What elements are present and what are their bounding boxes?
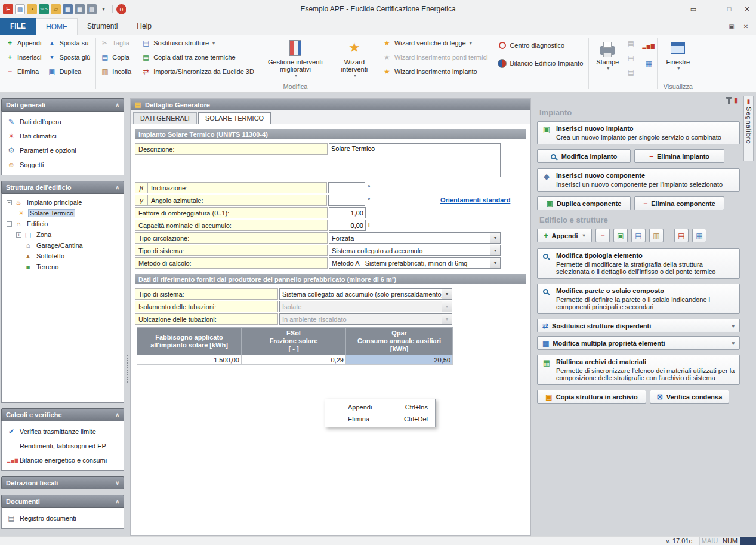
chart-icon[interactable]: ▂▅▇: [642, 39, 655, 53]
sidebar-item-verifica-trasmittanze[interactable]: ✔Verifica trasmittanze limite: [2, 424, 124, 439]
wizard-verifiche-button[interactable]: ★Wizard verifiche di legge▾: [380, 36, 492, 50]
report-icon[interactable]: ▦: [642, 57, 655, 70]
stampe-button[interactable]: Stampe ▾: [591, 36, 624, 71]
tab-file[interactable]: FILE: [0, 18, 36, 35]
gestione-interventi-button[interactable]: Gestione interventi migliorativi ▾: [262, 36, 329, 78]
metodo-select[interactable]: Metodo A - Sistemi prefabbricati, minori…: [329, 257, 501, 269]
panel-header-detrazioni[interactable]: Detrazioni fiscali∨: [1, 476, 124, 489]
duplica-componente-button[interactable]: ▣Duplica componente: [537, 196, 631, 210]
tree-node-impianto-principale[interactable]: −♨Impianto principale: [3, 197, 122, 208]
panel-header-calcoli[interactable]: Calcoli e verifiche∧: [1, 408, 124, 421]
panel-header-documenti[interactable]: Documenti∧: [1, 495, 124, 508]
taglia-button[interactable]: ✂Taglia: [98, 36, 135, 50]
tree-node-solare-termico[interactable]: ☀Solare Termico: [3, 208, 122, 218]
mdi-minimize-button[interactable]: –: [711, 20, 724, 32]
qpar-cell[interactable]: 20,50: [346, 355, 453, 365]
elimina-componente-button[interactable]: −Elimina componente: [634, 196, 724, 210]
mdi-restore-button[interactable]: ▣: [725, 20, 738, 32]
sposta-giu-button[interactable]: ▼Sposta giù: [45, 50, 94, 64]
wizard-ponti-button[interactable]: ★Wizard inserimento ponti termici: [380, 50, 492, 64]
esporta-pdf-icon-button[interactable]: ▤: [674, 229, 689, 242]
inserisci-button[interactable]: +Inserisci: [3, 50, 45, 64]
modifica-tipologia-button[interactable]: Modifica tipologia elementoPermette di m…: [537, 248, 740, 279]
maximize-button[interactable]: □: [720, 0, 738, 18]
save-all-icon[interactable]: ▦: [75, 4, 85, 14]
panel-header-struttura[interactable]: Struttura dell'edificio∧: [1, 181, 124, 194]
copia-dati-zone-button[interactable]: ▤Copia dati tra zone termiche: [139, 50, 258, 64]
tree-node-terreno[interactable]: ■Terreno: [3, 261, 122, 272]
wizard-impianto-button[interactable]: ★Wizard inserimento impianto: [380, 64, 492, 79]
bilancio-edificio-button[interactable]: Bilancio Edificio-Impianto: [495, 56, 587, 70]
preview-icon[interactable]: ◔: [27, 4, 37, 14]
sposta-su-button[interactable]: ▲Sposta su: [45, 36, 94, 50]
tab-dati-generali[interactable]: DATI GENERALI: [133, 112, 197, 124]
verifica-condensa-button[interactable]: ⊠Verifica condensa: [650, 390, 729, 404]
orientamenti-standard-link[interactable]: Orientamenti standard: [440, 196, 510, 204]
print-option-icon-2[interactable]: ▤: [624, 51, 637, 64]
qat-menu-icon[interactable]: ▾: [98, 4, 109, 14]
fabbisogno-cell[interactable]: 1.500,00: [137, 355, 242, 365]
expand-icon[interactable]: +: [16, 232, 21, 238]
riallinea-archivi-button[interactable]: ▦ Riallinea archivi dei materialiPermett…: [537, 355, 740, 385]
tree-node-edificio[interactable]: −⌂Edificio: [3, 218, 122, 229]
duplica-elemento-icon-button[interactable]: ▣: [613, 229, 628, 242]
importa-euclide-button[interactable]: ⇄Importa/Sincronizza da Euclide 3D: [139, 64, 258, 79]
fsol-cell[interactable]: 0,29: [242, 355, 346, 365]
tree-node-sottotetto[interactable]: ▲Sottotetto: [3, 251, 122, 261]
appendi-button[interactable]: +Appendi: [3, 36, 45, 50]
accumulo-input[interactable]: [329, 220, 366, 231]
sidebar-item-parametri[interactable]: ⚙Parametri e opzioni: [2, 143, 124, 158]
print-option-icon-1[interactable]: ▤: [624, 37, 637, 50]
print-icon[interactable]: ▤: [87, 4, 97, 14]
tree-node-zona[interactable]: +▢Zona: [3, 229, 122, 240]
modifica-multipla-button[interactable]: ▦Modifica multipla proprietà elementi▾: [537, 336, 740, 350]
collapse-icon[interactable]: −: [7, 221, 12, 227]
copia-struttura-archivio-button[interactable]: ▣Copia struttura in archivio: [537, 390, 646, 404]
tipo-sistema-select[interactable]: Sistema collegato ad accumulo▾: [329, 245, 501, 256]
azimutale-input[interactable]: [328, 195, 365, 206]
finestre-button[interactable]: Finestre ▾: [659, 36, 696, 71]
sidebar-item-registro-documenti[interactable]: ▤Registro documenti: [2, 511, 124, 525]
incolla-button[interactable]: ▥Incolla: [98, 64, 135, 79]
appendi-elemento-button[interactable]: +Appendi▾: [537, 229, 592, 242]
segnalibro-tab[interactable]: ▮ Segnalibro: [743, 96, 754, 161]
inserisci-nuovo-impianto-button[interactable]: ▣ Inserisci nuovo impiantoCrea un nuovo …: [537, 121, 740, 144]
ombreggiatura-input[interactable]: [329, 207, 366, 218]
circolazione-select[interactable]: Forzata▾: [329, 232, 501, 244]
tree-node-garage[interactable]: ⌂Garage/Cantina: [3, 240, 122, 251]
sidebar-item-bilancio-energetico[interactable]: ▂▅▇Bilancio energetico e consumi: [2, 453, 124, 467]
pin-icon[interactable]: [728, 99, 730, 104]
tipo-sistema2-select[interactable]: Sistema collegato ad accumulo (solo prer…: [279, 288, 452, 300]
descrizione-input[interactable]: Solare Termico: [329, 143, 501, 177]
elimina-elemento-icon-button[interactable]: −: [595, 229, 610, 242]
bookmark-icon[interactable]: ▮: [734, 97, 738, 104]
proprieta-griglia-icon-button[interactable]: ▦: [692, 229, 706, 242]
duplica-button[interactable]: ▣Duplica: [45, 64, 94, 79]
centro-diagnostico-button[interactable]: Centro diagnostico: [495, 38, 587, 53]
tab-help[interactable]: Help: [127, 18, 161, 35]
close-button[interactable]: ✕: [738, 0, 756, 18]
mdi-close-button[interactable]: ✕: [739, 20, 752, 32]
menu-item-elimina[interactable]: EliminaCtrl+Del: [325, 413, 435, 425]
sidebar-splitter[interactable]: [125, 98, 129, 536]
copia-button[interactable]: ▤Copia: [98, 50, 135, 64]
modifica-impianto-button[interactable]: Modifica impianto: [537, 149, 631, 163]
print-option-icon-3[interactable]: ▤: [624, 66, 637, 79]
help-icon[interactable]: o: [116, 4, 126, 14]
inserisci-nuovo-componente-button[interactable]: ◆ Inserisci nuovo componenteInserisci un…: [537, 168, 740, 192]
incolla-elemento-icon-button[interactable]: ▥: [649, 229, 664, 242]
resize-grip[interactable]: [740, 537, 756, 545]
sidebar-item-rendimenti[interactable]: Rendimenti, fabbisogni ed EP: [2, 439, 124, 453]
copia-elemento-icon-button[interactable]: ▤: [631, 229, 646, 242]
inclinazione-input[interactable]: [328, 182, 365, 193]
save-icon[interactable]: ▦: [63, 4, 73, 14]
sostituisci-strutture-button[interactable]: ▤Sostituisci strutture▾: [139, 36, 258, 50]
modifica-parete-button[interactable]: Modifica parete o solaio compostoPermett…: [537, 284, 740, 314]
menu-item-appendi[interactable]: AppendiCtrl+Ins: [325, 401, 435, 413]
sostituisci-strutture-disperdenti-button[interactable]: ⇄Sostituisci strutture disperdenti▾: [537, 319, 740, 332]
tab-solare-termico[interactable]: SOLARE TERMICO: [198, 112, 271, 124]
sidebar-item-dati-climatici[interactable]: ☀Dati climatici: [2, 129, 124, 143]
panel-header-dati-generali[interactable]: Dati generali∧: [1, 98, 124, 112]
minimize-button[interactable]: –: [702, 0, 720, 18]
ribbon-toggle-icon[interactable]: ▭: [684, 0, 702, 18]
